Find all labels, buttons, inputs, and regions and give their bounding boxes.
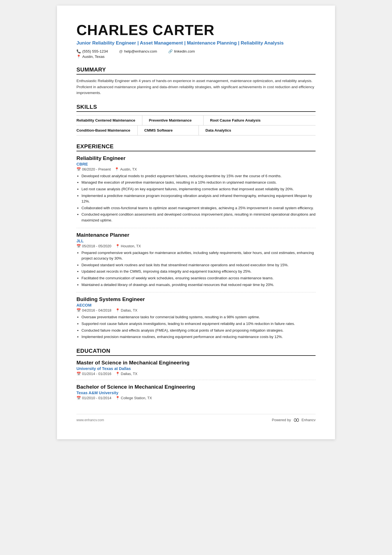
bullet-item: Supported root cause failure analysis in… bbox=[81, 321, 316, 327]
skill-rcfa: Root Cause Failure Analysis bbox=[204, 115, 267, 125]
degree-1-location: 📍 Dallas, TX bbox=[115, 372, 138, 376]
brand-name: Enhancv bbox=[301, 418, 316, 422]
degree-2: Bachelor of Science in Mechanical Engine… bbox=[76, 384, 316, 400]
skill-rcm: Reliability Centered Maintenance bbox=[76, 115, 142, 125]
location-icon-5: 📍 bbox=[115, 396, 120, 400]
candidate-name: CHARLES CARTER bbox=[76, 22, 316, 38]
powered-by-label: Powered by bbox=[272, 418, 291, 422]
bullet-item: Collaborated with cross-functional teams… bbox=[81, 205, 316, 211]
location-row: 📍 Austin, Texas bbox=[76, 55, 316, 59]
degree-1-meta: 📅 01/2014 - 01/2016 📍 Dallas, TX bbox=[76, 372, 316, 376]
job-1-meta: 📅 06/2020 - Present 📍 Austin, TX bbox=[76, 167, 316, 171]
job-2-date: 📅 05/2018 - 05/2020 bbox=[76, 244, 111, 248]
job-2-meta: 📅 05/2018 - 05/2020 📍 Houston, TX bbox=[76, 244, 316, 248]
calendar-icon-3: 📅 bbox=[76, 308, 81, 312]
bullet-item: Maintained a detailed library of drawing… bbox=[81, 282, 316, 288]
job-2-title: Maintenance Planner bbox=[76, 232, 316, 238]
location-icon-1: 📍 bbox=[115, 167, 119, 171]
job-3-company: AECOM bbox=[76, 303, 316, 307]
job-2: Maintenance Planner JLL 📅 05/2018 - 05/2… bbox=[76, 232, 316, 288]
degree-1-school: University of Texas at Dallas bbox=[76, 366, 316, 371]
bullet-item: Managed the execution of preventive main… bbox=[81, 180, 316, 186]
location-icon-4: 📍 bbox=[115, 372, 120, 376]
exp-divider-1 bbox=[76, 228, 316, 228]
location-icon-2: 📍 bbox=[115, 244, 120, 248]
job-2-bullets: Prepared comprehensive work packages for… bbox=[76, 250, 316, 288]
job-1: Reliability Engineer CBRE 📅 06/2020 - Pr… bbox=[76, 155, 316, 223]
bullet-item: Implemented precision maintenance routin… bbox=[81, 334, 316, 340]
job-1-company: CBRE bbox=[76, 162, 316, 166]
skills-grid: Reliability Centered Maintenance Prevent… bbox=[76, 115, 316, 135]
candidate-title: Junior Reliability Engineer | Asset Mana… bbox=[76, 40, 316, 46]
enhancv-logo-icon bbox=[292, 418, 300, 423]
bullet-item: Led root cause analysis (RCFA) on key eq… bbox=[81, 186, 316, 192]
education-section: EDUCATION Master of Science in Mechanica… bbox=[76, 348, 316, 400]
calendar-icon-1: 📅 bbox=[76, 167, 81, 171]
job-1-bullets: Developed robust analytical models to pr… bbox=[76, 173, 316, 223]
job-3-bullets: Oversaw preventative maintenance tasks f… bbox=[76, 314, 316, 340]
skill-da: Data Analytics bbox=[199, 125, 260, 135]
phone-item: 📞 (555) 555-1234 bbox=[76, 49, 108, 53]
job-1-location: 📍 Austin, TX bbox=[115, 167, 137, 171]
bullet-item: Conducted failure mode and effects analy… bbox=[81, 328, 316, 334]
job-3-meta: 📅 04/2016 - 04/2018 📍 Dallas, TX bbox=[76, 308, 316, 312]
edu-divider-1 bbox=[76, 380, 316, 380]
summary-section: SUMMARY Enthusiastic Reliability Enginee… bbox=[76, 66, 316, 96]
skill-pm: Preventive Maintenance bbox=[142, 115, 204, 125]
page-footer: www.enhancv.com Powered by Enhancv bbox=[76, 414, 316, 423]
contact-row: 📞 (555) 555-1234 @ help@enhancv.com 🔗 li… bbox=[76, 49, 316, 53]
degree-2-date: 📅 01/2010 - 01/2014 bbox=[76, 396, 111, 400]
email-icon: @ bbox=[119, 49, 123, 53]
skills-title: SKILLS bbox=[76, 104, 316, 112]
summary-title: SUMMARY bbox=[76, 66, 316, 75]
website-item: 🔗 linkedin.com bbox=[168, 49, 195, 53]
bullet-item: Implemented a predictive maintenance pro… bbox=[81, 193, 316, 204]
skills-row-2: Condition-Based Maintenance CMMS Softwar… bbox=[76, 125, 316, 135]
degree-2-school: Texas A&M University bbox=[76, 391, 316, 395]
calendar-icon-2: 📅 bbox=[76, 244, 81, 248]
job-1-date: 📅 06/2020 - Present bbox=[76, 167, 111, 171]
calendar-icon-4: 📅 bbox=[76, 372, 81, 376]
footer-brand: Powered by Enhancv bbox=[272, 418, 316, 423]
skills-section: SKILLS Reliability Centered Maintenance … bbox=[76, 104, 316, 135]
skills-row-1: Reliability Centered Maintenance Prevent… bbox=[76, 115, 316, 125]
bullet-item: Prepared comprehensive work packages for… bbox=[81, 250, 316, 262]
footer-website: www.enhancv.com bbox=[76, 418, 104, 422]
enhancv-logo: Enhancv bbox=[292, 418, 316, 423]
email-item: @ help@enhancv.com bbox=[119, 49, 157, 53]
job-3-location: 📍 Dallas, TX bbox=[115, 308, 138, 312]
degree-2-title: Bachelor of Science in Mechanical Engine… bbox=[76, 384, 316, 390]
skill-cmms: CMMS Software bbox=[138, 125, 199, 135]
job-3: Building Systems Engineer AECOM 📅 04/201… bbox=[76, 296, 316, 340]
bullet-item: Facilitated the communication of weekly … bbox=[81, 275, 316, 281]
location-icon: 📍 bbox=[76, 55, 81, 59]
location-text: Austin, Texas bbox=[82, 55, 105, 59]
skill-cbm: Condition-Based Maintenance bbox=[76, 125, 138, 135]
degree-1-date: 📅 01/2014 - 01/2016 bbox=[76, 372, 111, 376]
education-title: EDUCATION bbox=[76, 348, 316, 356]
exp-divider-2 bbox=[76, 292, 316, 292]
bullet-item: Developed standard work routines and tas… bbox=[81, 262, 316, 268]
resume-page: CHARLES CARTER Junior Reliability Engine… bbox=[57, 6, 335, 439]
link-icon: 🔗 bbox=[168, 49, 173, 53]
job-1-title: Reliability Engineer bbox=[76, 155, 316, 161]
summary-text: Enthusiastic Reliability Engineer with 4… bbox=[76, 78, 316, 96]
degree-2-location: 📍 College Station, TX bbox=[115, 396, 152, 400]
job-2-location: 📍 Houston, TX bbox=[115, 244, 141, 248]
website-url: linkedin.com bbox=[174, 49, 195, 53]
job-2-company: JLL bbox=[76, 239, 316, 243]
experience-title: EXPERIENCE bbox=[76, 143, 316, 151]
bullet-item: Conducted equipment condition assessment… bbox=[81, 212, 316, 223]
degree-2-meta: 📅 01/2010 - 01/2014 📍 College Station, T… bbox=[76, 396, 316, 400]
degree-1-title: Master of Science in Mechanical Engineer… bbox=[76, 360, 316, 366]
calendar-icon-5: 📅 bbox=[76, 396, 81, 400]
phone-number: (555) 555-1234 bbox=[82, 49, 108, 53]
email-address: help@enhancv.com bbox=[124, 49, 157, 53]
experience-section: EXPERIENCE Reliability Engineer CBRE 📅 0… bbox=[76, 143, 316, 340]
job-3-date: 📅 04/2016 - 04/2018 bbox=[76, 308, 111, 312]
job-3-title: Building Systems Engineer bbox=[76, 296, 316, 302]
bullet-item: Updated asset records in the CMMS, impro… bbox=[81, 269, 316, 275]
phone-icon: 📞 bbox=[76, 49, 81, 53]
bullet-item: Oversaw preventative maintenance tasks f… bbox=[81, 314, 316, 320]
bullet-item: Developed robust analytical models to pr… bbox=[81, 173, 316, 179]
